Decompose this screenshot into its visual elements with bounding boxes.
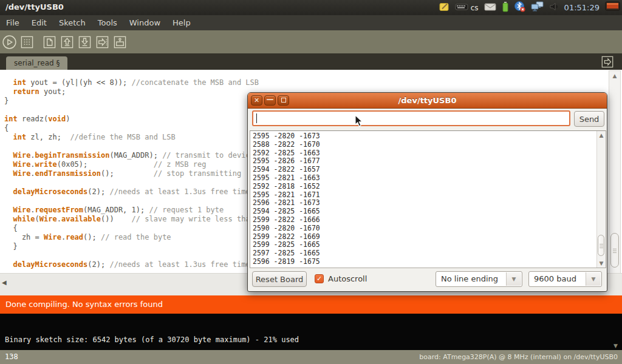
stop-button[interactable] — [19, 35, 35, 50]
serial-monitor-button[interactable] — [112, 35, 128, 50]
autoscroll-checkbox[interactable]: ✓ — [315, 274, 324, 283]
code-line: Wire.endTransmission(); // stop transmit… — [4, 169, 259, 178]
line-number: 138 — [5, 352, 18, 361]
reset-board-button[interactable]: Reset Board — [252, 271, 307, 287]
serial-line: 2594 -2822 -1657 — [253, 166, 320, 174]
serial-scroll-up-icon[interactable]: ▲ — [597, 132, 606, 138]
code-line: int yout = (yl|(yh << 8)); //concatenate… — [4, 78, 259, 87]
menu-edit[interactable]: Edit — [26, 15, 53, 30]
menu-sketch[interactable]: Sketch — [53, 15, 92, 30]
serial-line: 2595 -2821 -1663 — [253, 174, 320, 183]
serial-scrollbar-thumb[interactable] — [598, 235, 604, 256]
note-icon[interactable] — [439, 2, 449, 14]
tab-bar: serial_read § — [0, 53, 622, 70]
menu-window[interactable]: Window — [123, 15, 166, 30]
console-panel: Binary sketch size: 6542 bytes (of a 307… — [0, 314, 622, 350]
compile-status-bar: Done compiling. No syntax errors found — [0, 295, 622, 314]
code-line — [4, 197, 259, 206]
serial-line: 2595 -2826 -1677 — [253, 157, 320, 166]
volume-icon[interactable] — [549, 2, 559, 14]
menu-file[interactable]: File — [0, 15, 26, 30]
board-info: board: ATmega328P(A) @ 8 MHz (internal) … — [419, 353, 618, 361]
editor-vertical-scrollbar[interactable]: ▲ ▼ — [609, 70, 621, 284]
session-icon[interactable] — [605, 1, 620, 14]
serial-output[interactable]: 2595 -2820 -16732588 -2822 -16702592 -28… — [250, 130, 606, 268]
code-line — [4, 142, 259, 151]
battery-icon[interactable] — [502, 1, 509, 15]
serial-scrollbar[interactable]: ▲ ▼ — [596, 131, 606, 268]
autoscroll-label[interactable]: Autoscroll — [328, 274, 367, 283]
tab-serial-read[interactable]: serial_read § — [6, 56, 67, 70]
code-line: { — [4, 124, 259, 133]
code-line: Wire.requestFrom(MAG_ADDR, 1); // reques… — [4, 206, 259, 215]
code-line: } — [4, 242, 259, 251]
mail-icon[interactable] — [484, 2, 496, 13]
serial-line: 2594 -2825 -1665 — [253, 207, 320, 216]
menu-help[interactable]: Help — [166, 15, 197, 30]
line-ending-select[interactable]: No line ending ▼ — [436, 271, 522, 287]
system-tray: cs 01:51:29 — [439, 0, 620, 15]
clock[interactable]: 01:51:29 — [564, 3, 600, 12]
serial-line: 2599 -2822 -1669 — [253, 233, 320, 241]
line-ending-value: No line ending — [441, 274, 498, 283]
verify-button[interactable] — [2, 35, 17, 50]
code-line: Wire.beginTransmission(MAG_ADDR); // tra… — [4, 151, 259, 160]
serial-line: 2596 -2821 -1673 — [253, 199, 320, 207]
console-output: Binary sketch size: 6542 bytes (of a 307… — [5, 335, 299, 344]
thumb-grip — [600, 244, 603, 248]
network-icon[interactable] — [531, 1, 544, 14]
new-sketch-button[interactable] — [42, 35, 57, 50]
serial-line: 2599 -2825 -1665 — [253, 241, 320, 249]
menu-bar: File Edit Sketch Tools Window Help — [0, 15, 622, 30]
serial-line: 2592 -2818 -1652 — [253, 183, 320, 191]
code-line — [4, 178, 259, 187]
menu-tools[interactable]: Tools — [92, 15, 123, 30]
bluetooth-icon[interactable] — [514, 1, 525, 15]
code-line: } — [4, 96, 259, 106]
scroll-up-icon[interactable]: ▲ — [609, 73, 620, 79]
desktop: /dev/ttyUSB0 cs 01:51:29 File Edit Sketc… — [0, 0, 622, 364]
serial-line: 2595 -2821 -1671 — [253, 191, 320, 200]
serial-line: 2592 -2825 -1663 — [253, 149, 320, 158]
code-line: int zl, zh; //define the MSB and LSB — [4, 133, 259, 142]
editor-scrollbar-thumb[interactable] — [610, 233, 619, 268]
upload-button[interactable] — [95, 35, 110, 50]
thumb-grip — [613, 249, 617, 253]
serial-line: 2599 -2822 -1666 — [253, 216, 320, 224]
serial-lines: 2595 -2820 -16732588 -2822 -16702592 -28… — [253, 132, 320, 266]
open-button[interactable] — [60, 35, 75, 50]
serial-monitor-title: /dev/ttyUSB0 — [248, 96, 607, 105]
code-line: zh = Wire.read(); // read the byte — [4, 233, 259, 242]
console-scroll-down-icon[interactable]: ▼ — [613, 343, 618, 349]
code-line: delayMicroseconds(2); //needs at least 1… — [4, 187, 259, 197]
baud-rate-value: 9600 baud — [534, 274, 576, 283]
serial-line: 2595 -2820 -1673 — [253, 132, 320, 141]
serial-line: 2590 -2820 -1670 — [253, 224, 320, 233]
serial-input[interactable] — [252, 110, 570, 126]
tab-menu-button[interactable] — [601, 55, 614, 69]
ide-footer: 138 board: ATmega328P(A) @ 8 MHz (intern… — [0, 350, 622, 364]
ide-toolbar — [0, 30, 622, 53]
tab-label: serial_read § — [14, 59, 60, 67]
serial-scroll-down-icon[interactable]: ▼ — [597, 260, 606, 266]
code-line: return yout; — [4, 87, 259, 96]
code-line: delayMicroseconds(2); //needs at least 1… — [4, 260, 259, 269]
chevron-down-icon[interactable]: ▼ — [506, 272, 521, 286]
serial-line: 2597 -2825 -1665 — [253, 249, 320, 258]
keyboard-layout-indicator[interactable]: cs — [471, 4, 479, 12]
keyboard-icon[interactable] — [455, 2, 468, 13]
baud-rate-select[interactable]: 9600 baud ▼ — [528, 271, 602, 287]
code-line — [4, 106, 259, 115]
serial-monitor-window: ✕ — /dev/ttyUSB0 Send 2595 -2820 -167325… — [247, 92, 607, 292]
top-panel: /dev/ttyUSB0 cs 01:51:29 — [0, 0, 622, 15]
code-line: while(Wire.available()) // slave may wri… — [4, 215, 259, 224]
code-line: { — [4, 224, 259, 233]
scroll-left-icon[interactable]: ◀ — [2, 279, 7, 286]
save-button[interactable] — [77, 35, 92, 50]
compile-status-text: Done compiling. No syntax errors found — [5, 300, 163, 309]
code-area: int yout = (yl|(yh << 8)); //concatenate… — [4, 78, 259, 269]
serial-monitor-titlebar[interactable]: ✕ — /dev/ttyUSB0 — [248, 93, 607, 109]
text-caret — [256, 113, 257, 123]
send-button[interactable]: Send — [574, 111, 604, 127]
chevron-down-icon[interactable]: ▼ — [586, 272, 601, 286]
